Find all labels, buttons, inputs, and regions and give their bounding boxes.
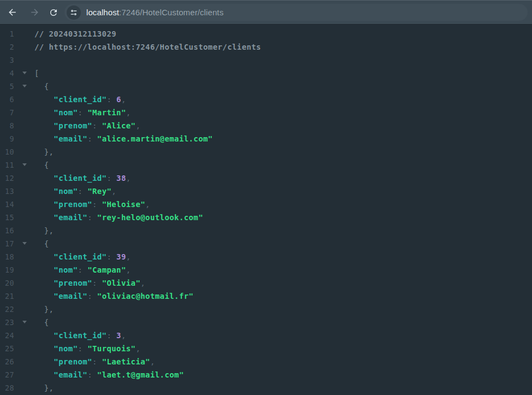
code-text: "email": "alice.martin@email.com"	[34, 132, 532, 145]
token-key: "email"	[34, 134, 87, 143]
token-str: "Campan"	[87, 266, 126, 274]
token-comment: // 20240312113029	[34, 30, 116, 38]
line-number: 13	[0, 185, 14, 198]
line-number: 25	[0, 342, 14, 355]
token-str: "oliviac@hotmail.fr"	[97, 292, 194, 300]
token-punct: :	[92, 357, 102, 366]
code-line: 10 },	[0, 145, 532, 158]
token-bracket: [	[34, 69, 39, 78]
code-text: "client_id": 38,	[34, 172, 532, 185]
browser-toolbar: localhost:7246/HotelCustomer/clients	[0, 0, 532, 25]
token-punct: :	[78, 266, 87, 274]
code-line: 22 },	[0, 303, 532, 316]
reload-icon	[49, 8, 58, 17]
line-number: 8	[0, 119, 14, 132]
fold-arrow-icon[interactable]	[22, 72, 27, 74]
fold-column	[14, 132, 34, 145]
code-text: "prenom": "Alice",	[34, 119, 532, 132]
token-punct: :	[87, 370, 97, 379]
token-key: "nom"	[34, 266, 78, 274]
code-text: },	[34, 224, 532, 237]
token-key: "client_id"	[34, 331, 107, 340]
code-text: "nom": "Martin",	[34, 106, 532, 119]
token-key: "client_id"	[34, 174, 107, 182]
fold-column	[14, 158, 34, 172]
token-punct: ,	[140, 279, 145, 287]
fold-arrow-icon[interactable]	[22, 242, 27, 245]
back-button[interactable]	[4, 4, 21, 21]
fold-column	[14, 93, 34, 106]
token-punct: :	[107, 95, 116, 104]
code-text: "nom": "Rey",	[34, 185, 532, 198]
token-punct: ,	[126, 266, 131, 274]
token-bracket: {	[34, 161, 49, 169]
token-str: "Alice"	[102, 121, 136, 130]
address-bar[interactable]: localhost:7246/HotelCustomer/clients	[64, 4, 528, 21]
code-text: "email": "oliviac@hotmail.fr"	[34, 290, 532, 303]
tune-icon	[70, 9, 78, 16]
json-viewer: 1// 202403121130292// https://localhost:…	[0, 25, 532, 394]
fold-column	[14, 316, 34, 329]
token-key: "email"	[34, 370, 87, 379]
line-number: 27	[0, 368, 14, 381]
token-punct: :	[78, 344, 87, 353]
code-text: "email": "laet.t@gmail.com"	[34, 368, 532, 381]
fold-column	[14, 303, 34, 316]
token-str: "Olivia"	[102, 279, 141, 287]
line-number: 11	[0, 158, 14, 172]
code-line: 18 "client_id": 39,	[0, 250, 532, 263]
code-line: 11 {	[0, 158, 532, 172]
fold-column	[14, 185, 34, 198]
code-text: "prenom": "Laeticia",	[34, 355, 532, 368]
line-number: 15	[0, 211, 14, 224]
token-punct: :	[92, 121, 102, 130]
reload-button[interactable]	[45, 4, 62, 21]
fold-column	[14, 224, 34, 237]
token-key: "email"	[34, 292, 87, 300]
code-line: 6 "client_id": 6,	[0, 93, 532, 106]
code-line: 9 "email": "alice.martin@email.com"	[0, 132, 532, 145]
code-text: "client_id": 3,	[34, 329, 532, 342]
line-number: 22	[0, 303, 14, 316]
fold-column	[14, 355, 34, 368]
line-number: 18	[0, 250, 14, 263]
fold-column	[14, 54, 34, 67]
fold-arrow-icon[interactable]	[22, 163, 27, 166]
url-text: localhost:7246/HotelCustomer/clients	[86, 8, 223, 17]
token-punct: ,	[145, 200, 150, 209]
fold-arrow-icon[interactable]	[22, 321, 27, 323]
fold-column	[14, 342, 34, 355]
token-punct: :	[107, 331, 116, 340]
token-key: "prenom"	[34, 279, 92, 287]
token-punct: ,	[126, 108, 131, 117]
token-punct: ,	[121, 331, 126, 340]
fold-column	[14, 145, 34, 158]
token-punct: :	[78, 187, 87, 196]
fold-arrow-icon[interactable]	[22, 85, 27, 87]
line-number: 16	[0, 224, 14, 237]
line-number: 24	[0, 329, 14, 342]
code-line: 23 {	[0, 316, 532, 329]
token-bracket: {	[34, 318, 49, 327]
fold-column	[14, 263, 34, 276]
fold-column	[14, 198, 34, 211]
fold-column	[14, 119, 34, 132]
url-host: localhost	[86, 8, 119, 17]
site-settings-button[interactable]	[67, 5, 81, 20]
code-line: 17 {	[0, 237, 532, 250]
token-bracket: {	[34, 239, 49, 248]
code-text: {	[34, 316, 532, 329]
code-line: 19 "nom": "Campan",	[0, 263, 532, 276]
line-number: 7	[0, 106, 14, 119]
code-text: {	[34, 80, 532, 93]
fold-column	[14, 67, 34, 80]
token-str: "Heloise"	[102, 200, 145, 209]
token-key: "prenom"	[34, 357, 92, 366]
token-punct: ,	[126, 252, 131, 261]
code-text: "email": "rey-helo@outlook.com"	[34, 211, 532, 224]
forward-button[interactable]	[26, 4, 43, 21]
line-number: 19	[0, 263, 14, 276]
code-line: 8 "prenom": "Alice",	[0, 119, 532, 132]
code-text: [	[34, 67, 532, 80]
fold-column	[14, 106, 34, 119]
